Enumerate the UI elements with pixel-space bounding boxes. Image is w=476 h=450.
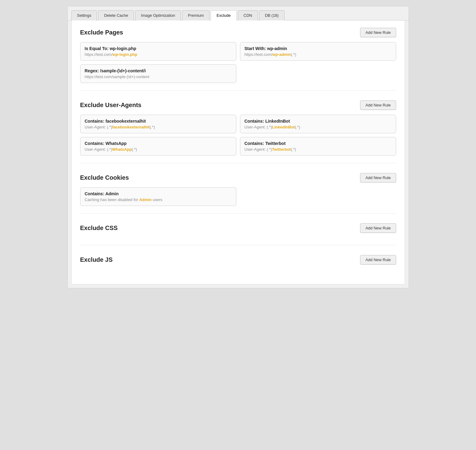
rule-card[interactable]: Is Equal To: wp-login.phphttps://test.co…: [80, 42, 236, 61]
rule-highlight: WhatsApp: [112, 147, 132, 152]
rule-title: Is Equal To: wp-login.php: [85, 46, 232, 51]
rule-description: https://test.com/wp-login.php: [85, 52, 232, 57]
section-header-exclude-pages: Exclude PagesAdd New Rule: [80, 28, 396, 37]
tab-delete-cache[interactable]: Delete Cache: [98, 10, 134, 20]
rule-highlight: facebookexternalhit: [112, 125, 150, 129]
tab-premium[interactable]: Premium: [182, 10, 209, 20]
rule-title: Contains: facebookexternalhit: [85, 119, 232, 124]
rule-description: https://test.com/wp-admin(.*): [245, 52, 392, 57]
rule-description: https://test.com/sample-(\d+)-content: [85, 74, 232, 79]
rule-description: User-Agent: (.*)WhatsApp(.*): [85, 147, 232, 152]
section-header-exclude-user-agents: Exclude User-AgentsAdd New Rule: [80, 100, 396, 110]
section-header-exclude-js: Exclude JSAdd New Rule: [80, 255, 396, 265]
tab-exclude[interactable]: Exclude: [211, 10, 236, 20]
rule-description: User-Agent: (.*)facebookexternalhit(.*): [85, 125, 232, 129]
section-title-exclude-pages: Exclude Pages: [80, 29, 123, 36]
section-title-exclude-user-agents: Exclude User-Agents: [80, 102, 141, 109]
rules-grid-exclude-cookies: Contains: AdminCaching has been disabled…: [80, 187, 396, 206]
section-exclude-cookies: Exclude CookiesAdd New RuleContains: Adm…: [80, 173, 396, 214]
rule-description: Caching has been disabled for Admin user…: [85, 197, 232, 202]
rule-highlight: LinkedInBot: [272, 125, 295, 129]
rule-card[interactable]: Start With: wp-adminhttps://test.com/wp-…: [240, 42, 396, 61]
rule-highlight: Twitterbot: [272, 147, 291, 152]
section-title-exclude-css: Exclude CSS: [80, 225, 118, 232]
tab-image-optimization[interactable]: Image Optimization: [135, 10, 181, 20]
rule-description: User-Agent: (.*)Twitterbot(.*): [245, 147, 392, 152]
tab-db-18[interactable]: DB (18): [259, 10, 285, 20]
section-exclude-css: Exclude CSSAdd New Rule: [80, 223, 396, 245]
add-rule-button-exclude-js[interactable]: Add New Rule: [360, 255, 396, 265]
rule-highlight: wp-admin: [272, 52, 291, 57]
section-exclude-js: Exclude JSAdd New Rule: [80, 255, 396, 277]
section-exclude-user-agents: Exclude User-AgentsAdd New RuleContains:…: [80, 100, 396, 163]
rules-grid-exclude-pages: Is Equal To: wp-login.phphttps://test.co…: [80, 42, 396, 83]
section-header-exclude-css: Exclude CSSAdd New Rule: [80, 223, 396, 233]
rule-description: User-Agent: (.*)LinkedInBot(.*): [245, 125, 392, 129]
rule-card[interactable]: Contains: AdminCaching has been disabled…: [80, 187, 236, 206]
rule-title: Contains: Twitterbot: [245, 141, 392, 146]
rule-title: Contains: Admin: [85, 191, 232, 196]
add-rule-button-exclude-cookies[interactable]: Add New Rule: [360, 173, 396, 182]
rule-card[interactable]: Contains: facebookexternalhitUser-Agent:…: [80, 115, 236, 133]
rule-title: Start With: wp-admin: [245, 46, 392, 51]
rule-card[interactable]: Contains: TwitterbotUser-Agent: (.*)Twit…: [240, 137, 396, 156]
rule-card[interactable]: Contains: WhatsAppUser-Agent: (.*)WhatsA…: [80, 137, 236, 156]
main-container: SettingsDelete CacheImage OptimizationPr…: [67, 6, 409, 288]
rule-highlight: wp-login.php: [113, 52, 137, 57]
rules-grid-exclude-user-agents: Contains: facebookexternalhitUser-Agent:…: [80, 115, 396, 156]
tab-bar: SettingsDelete CacheImage OptimizationPr…: [68, 6, 409, 20]
add-rule-button-exclude-pages[interactable]: Add New Rule: [360, 28, 396, 37]
tab-cdn[interactable]: CDN: [238, 10, 258, 20]
add-rule-button-exclude-user-agents[interactable]: Add New Rule: [360, 100, 396, 110]
rule-title: Contains: LinkedInBot: [245, 119, 392, 124]
section-title-exclude-js: Exclude JS: [80, 256, 113, 263]
content-area: Exclude PagesAdd New RuleIs Equal To: wp…: [71, 20, 405, 284]
add-rule-button-exclude-css[interactable]: Add New Rule: [360, 223, 396, 233]
rule-title: Regex: /sample-(\d+)-content/i: [85, 68, 232, 73]
rule-card[interactable]: Regex: /sample-(\d+)-content/ihttps://te…: [80, 64, 236, 83]
section-title-exclude-cookies: Exclude Cookies: [80, 174, 129, 181]
rule-highlight: Admin: [139, 197, 152, 202]
rule-title: Contains: WhatsApp: [85, 141, 232, 146]
section-header-exclude-cookies: Exclude CookiesAdd New Rule: [80, 173, 396, 182]
section-exclude-pages: Exclude PagesAdd New RuleIs Equal To: wp…: [80, 28, 396, 91]
rule-card[interactable]: Contains: LinkedInBotUser-Agent: (.*)Lin…: [240, 115, 396, 133]
tab-settings[interactable]: Settings: [71, 10, 97, 20]
